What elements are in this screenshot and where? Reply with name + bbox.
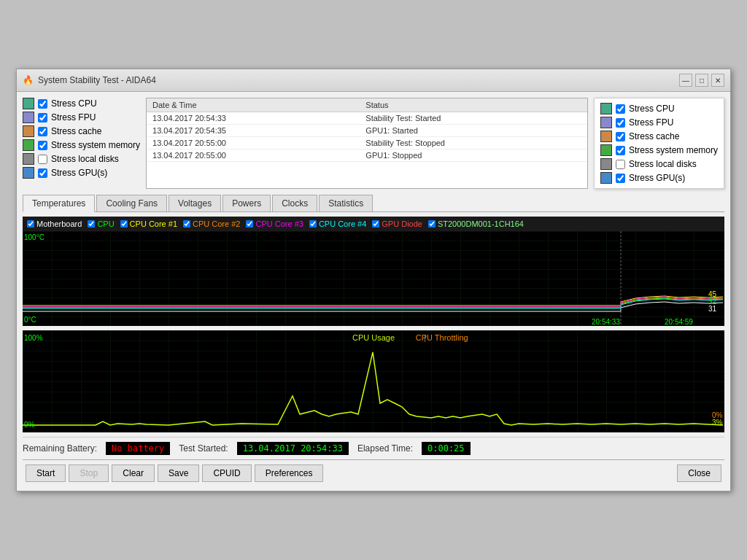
legend-cpu-core3-checkbox[interactable] xyxy=(246,220,253,228)
log-cell-status: Stability Test: Stopped xyxy=(360,137,587,149)
stress-mem-left-label: Stress system memory xyxy=(51,140,140,150)
app-icon: 🔥 xyxy=(23,75,34,85)
stress-disk-left-checkbox[interactable] xyxy=(38,155,47,164)
battery-value: No battery xyxy=(106,442,170,455)
x-label-end: 20:54:59 xyxy=(665,318,693,326)
stress-fpu-right-label: Stress FPU xyxy=(629,117,673,128)
legend-cpu-core2-label: CPU Core #2 xyxy=(193,219,240,228)
button-bar: Start Stop Clear Save CPUID Preferences … xyxy=(23,459,724,485)
elapsed-value: 0:00:25 xyxy=(422,442,471,455)
minimize-button[interactable]: — xyxy=(679,74,692,87)
legend-cpu-core1-label: CPU Core #1 xyxy=(130,219,177,228)
mem-icon-r xyxy=(600,144,612,156)
stress-cache-left-checkbox[interactable] xyxy=(38,127,47,136)
clear-button[interactable]: Clear xyxy=(112,464,155,482)
legend-cpu-core2: CPU Core #2 xyxy=(183,219,240,228)
legend-st2000: ST2000DM001-1CH164 xyxy=(428,219,524,228)
legend-cpu-core3: CPU Core #3 xyxy=(246,219,303,228)
cache-icon xyxy=(23,125,34,137)
stress-cpu-left-label: Stress CPU xyxy=(51,98,97,109)
tab-cooling-fans[interactable]: Cooling Fans xyxy=(96,195,167,211)
gpu-icon xyxy=(23,167,34,179)
main-window: 🔥 System Stability Test - AIDA64 — □ ✕ S… xyxy=(16,69,731,491)
stress-gpu-right-item: Stress GPU(s) xyxy=(600,172,718,184)
stress-mem-right-checkbox[interactable] xyxy=(616,146,625,155)
title-bar: 🔥 System Stability Test - AIDA64 — □ ✕ xyxy=(17,69,730,92)
tabs-section: Temperatures Cooling Fans Voltages Power… xyxy=(23,195,724,212)
legend-gpu-diode-checkbox[interactable] xyxy=(372,220,379,228)
tabs-bar: Temperatures Cooling Fans Voltages Power… xyxy=(23,195,724,212)
window-title: System Stability Test - AIDA64 xyxy=(38,75,156,85)
legend-gpu-diode-label: GPU Diode xyxy=(382,219,422,228)
legend-cpu-core1: CPU Core #1 xyxy=(120,219,177,228)
cpu-y-0: 0% xyxy=(24,421,35,429)
stress-fpu-left-item: Stress FPU xyxy=(23,112,140,123)
stress-cache-right-label: Stress cache xyxy=(629,131,679,141)
stress-mem-right-item: Stress system memory xyxy=(600,144,718,156)
legend-cpu-core4-checkbox[interactable] xyxy=(309,220,317,228)
legend-motherboard-checkbox[interactable] xyxy=(27,220,34,228)
legend-cpu-core1-checkbox[interactable] xyxy=(120,220,128,228)
log-cell-status: GPU1: Started xyxy=(360,125,587,137)
temp-chart: 20:54:33 20:54:59 100°C 0°C 45 32 31 xyxy=(23,231,724,326)
log-cell-status: Stability Test: Started xyxy=(360,112,587,125)
tab-statistics[interactable]: Statistics xyxy=(319,195,373,211)
log-cell-datetime: 13.04.2017 20:54:35 xyxy=(147,125,360,137)
stress-gpu-right-checkbox[interactable] xyxy=(616,174,625,183)
stress-disk-left-label: Stress local disks xyxy=(51,154,119,164)
temp-chart-area: Motherboard CPU CPU Core #1 CPU Core #2 … xyxy=(23,217,724,326)
log-cell-datetime: 13.04.2017 20:54:33 xyxy=(147,112,360,125)
y-label-0: 0°C xyxy=(24,316,36,324)
legend-cpu-checkbox[interactable] xyxy=(88,220,95,228)
legend-st2000-checkbox[interactable] xyxy=(428,220,436,228)
save-button[interactable]: Save xyxy=(158,464,199,482)
fpu-icon-r xyxy=(600,117,612,128)
log-row: 13.04.2017 20:54:33Stability Test: Start… xyxy=(147,112,587,125)
stress-cpu-right-item: Stress CPU xyxy=(600,103,718,114)
stress-mem-left-item: Stress system memory xyxy=(23,139,140,151)
stress-gpu-left-item: Stress GPU(s) xyxy=(23,167,140,179)
stress-mem-right-label: Stress system memory xyxy=(629,145,718,155)
stress-gpu-left-checkbox[interactable] xyxy=(38,168,47,178)
disk-icon xyxy=(23,153,34,165)
stress-disk-right-checkbox[interactable] xyxy=(616,160,625,169)
legend-cpu: CPU xyxy=(88,219,114,228)
stress-cache-left-item: Stress cache xyxy=(23,125,140,137)
disk-icon-r xyxy=(600,158,612,170)
log-row: 13.04.2017 20:55:00Stability Test: Stopp… xyxy=(147,137,587,149)
cpu-val-0: 0% xyxy=(712,411,723,419)
tab-temperatures[interactable]: Temperatures xyxy=(23,195,95,212)
temp-val-31: 31 xyxy=(708,305,717,313)
cpu-icon-r xyxy=(600,103,612,114)
close-window-button[interactable]: ✕ xyxy=(711,74,724,87)
cpu-val-3: 3% xyxy=(712,419,723,427)
title-bar-left: 🔥 System Stability Test - AIDA64 xyxy=(23,75,156,85)
stress-fpu-left-checkbox[interactable] xyxy=(38,113,47,122)
tab-voltages[interactable]: Voltages xyxy=(169,195,221,211)
stress-cache-right-checkbox[interactable] xyxy=(616,132,625,141)
legend-cpu-core4-label: CPU Core #4 xyxy=(319,219,366,228)
cpu-chart-svg: CPU Usage | CPU Throttling 100% 0% 3% 0% xyxy=(23,330,724,432)
close-button[interactable]: Close xyxy=(677,464,721,482)
legend-cpu-core2-checkbox[interactable] xyxy=(183,220,190,228)
stress-cpu-left-checkbox[interactable] xyxy=(38,99,47,109)
temp-chart-svg: 20:54:33 20:54:59 100°C 0°C 45 32 31 xyxy=(23,231,724,326)
maximize-button[interactable]: □ xyxy=(695,74,708,87)
log-cell-datetime: 13.04.2017 20:55:00 xyxy=(147,137,360,149)
stress-cpu-right-checkbox[interactable] xyxy=(616,104,625,114)
gpu-icon-r xyxy=(600,172,612,184)
stress-mem-left-checkbox[interactable] xyxy=(38,141,47,150)
test-started-label: Test Started: xyxy=(179,443,228,454)
tab-clocks[interactable]: Clocks xyxy=(272,195,317,211)
log-cell-datetime: 13.04.2017 20:55:00 xyxy=(147,149,360,162)
elapsed-label: Elapsed Time: xyxy=(357,443,413,454)
stress-fpu-right-checkbox[interactable] xyxy=(616,118,625,128)
legend-st2000-label: ST2000DM001-1CH164 xyxy=(438,219,524,228)
cpuid-button[interactable]: CPUID xyxy=(202,464,251,482)
stop-button[interactable]: Stop xyxy=(69,464,109,482)
legend-gpu-diode: GPU Diode xyxy=(372,219,422,228)
tab-powers[interactable]: Powers xyxy=(222,195,271,211)
cpu-icon xyxy=(23,98,34,109)
preferences-button[interactable]: Preferences xyxy=(255,464,324,482)
start-button[interactable]: Start xyxy=(26,464,66,482)
